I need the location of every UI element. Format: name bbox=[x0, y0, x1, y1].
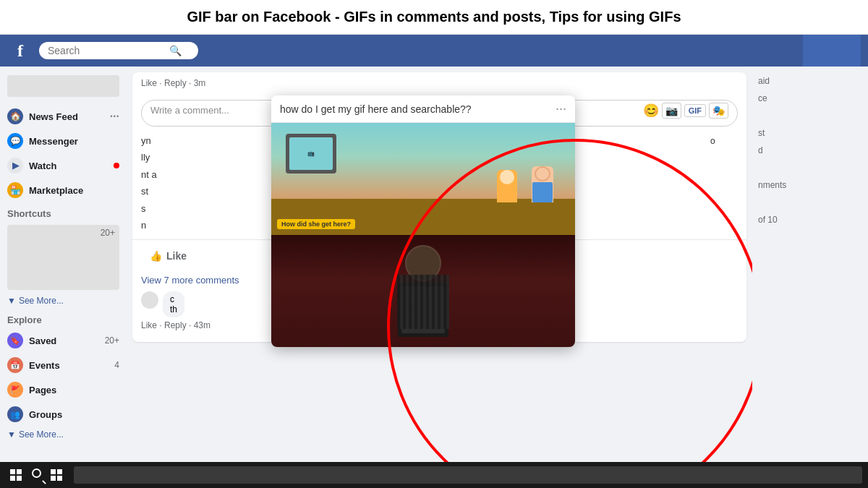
comment-bubble: c th bbox=[163, 291, 184, 317]
sidebar-item-watch[interactable]: ▶ Watch bbox=[0, 153, 127, 178]
windows-icon bbox=[10, 469, 22, 481]
emoji-icon-btn[interactable]: 😊 bbox=[643, 103, 659, 119]
pages-icon: 🚩 bbox=[7, 382, 23, 398]
groups-icon: 👥 bbox=[7, 406, 23, 422]
sidebar-item-label: Groups bbox=[29, 409, 62, 420]
gif-image-2[interactable] bbox=[271, 235, 575, 347]
right-text-nments: nments bbox=[758, 176, 862, 194]
sidebar-item-label: Pages bbox=[29, 385, 56, 395]
watch-icon: ▶ bbox=[7, 158, 23, 174]
gif-popup-header: how do I get my gif here and searchable?… bbox=[271, 95, 575, 123]
see-more-button-2[interactable]: ▼ See More... bbox=[0, 427, 127, 442]
sidebar-item-saved[interactable]: 🔖 Saved 20+ bbox=[0, 328, 127, 353]
sidebar-item-marketplace[interactable]: 🏪 Marketplace bbox=[0, 178, 127, 202]
taskbar bbox=[0, 462, 868, 488]
shortcuts-box: 20+ bbox=[7, 225, 119, 290]
taskview-button[interactable] bbox=[51, 469, 62, 481]
right-text-ce: ce bbox=[758, 90, 862, 107]
saved-icon: 🔖 bbox=[7, 333, 23, 348]
right-text-d: d bbox=[758, 142, 862, 159]
like-reply-timestamp: Like · Reply · 3m bbox=[132, 72, 746, 94]
chevron-down-icon-2: ▼ bbox=[7, 429, 16, 440]
see-more-label-2: See More... bbox=[19, 429, 64, 440]
sidebar-item-pages[interactable]: 🚩 Pages bbox=[0, 377, 127, 402]
search-button-taskbar[interactable] bbox=[32, 468, 45, 481]
camera-icon-btn[interactable]: 📷 bbox=[662, 103, 681, 119]
events-count: 4 bbox=[114, 360, 119, 370]
right-text-aid: aid bbox=[758, 72, 862, 90]
right-text-of10: of 10 bbox=[758, 211, 862, 228]
sidebar-item-groups[interactable]: 👥 Groups bbox=[0, 402, 127, 427]
title-bar: GIF bar on Facebook - GIFs in comments a… bbox=[0, 0, 868, 35]
comment-icon-group: 😊 📷 GIF 🎭 bbox=[643, 103, 728, 119]
gif-caption-1: How did she get here? bbox=[277, 219, 355, 229]
gif-popup: how do I get my gif here and searchable?… bbox=[271, 95, 575, 347]
main-layout: 🏠 News Feed ··· 💬 Messenger ▶ Watch 🏪 Ma… bbox=[0, 67, 868, 462]
see-more-button-1[interactable]: ▼ See More... bbox=[0, 293, 127, 309]
sidebar-item-label: News Feed bbox=[29, 111, 78, 122]
sidebar-item-label: Messenger bbox=[29, 136, 78, 147]
newsfeed-icon: 🏠 bbox=[7, 108, 23, 124]
shortcuts-count: 20+ bbox=[101, 228, 115, 238]
thumbsup-icon: 👍 bbox=[150, 250, 162, 262]
newsfeed-options[interactable]: ··· bbox=[110, 110, 119, 123]
facebook-logo[interactable]: f bbox=[7, 38, 33, 64]
sidebar-item-events[interactable]: 📅 Events 4 bbox=[0, 353, 127, 377]
sidebar: 🏠 News Feed ··· 💬 Messenger ▶ Watch 🏪 Ma… bbox=[0, 67, 127, 462]
marketplace-icon: 🏪 bbox=[7, 182, 23, 198]
search-input[interactable] bbox=[48, 45, 163, 56]
sidebar-item-label: Marketplace bbox=[29, 185, 83, 196]
comment-avatar bbox=[141, 291, 158, 309]
saved-count: 20+ bbox=[105, 335, 119, 346]
gif-image-1[interactable]: 📺 How did she get here? bbox=[271, 123, 575, 235]
sidebar-item-newsfeed[interactable]: 🏠 News Feed ··· bbox=[0, 104, 127, 129]
sidebar-item-messenger[interactable]: 💬 Messenger bbox=[0, 129, 127, 153]
sidebar-item-label: Saved bbox=[29, 335, 56, 346]
right-panel: aid ce st d nments of 10 bbox=[752, 67, 868, 462]
search-icon: 🔍 bbox=[169, 45, 182, 56]
start-button[interactable] bbox=[6, 465, 26, 485]
gif-search-query[interactable]: how do I get my gif here and searchable?… bbox=[280, 103, 472, 115]
sidebar-item-label: Events bbox=[29, 360, 60, 371]
user-avatar-placeholder bbox=[7, 75, 119, 97]
search-bar[interactable]: 🔍 bbox=[39, 42, 198, 59]
right-text-st: st bbox=[758, 124, 862, 142]
gif-popup-options-icon[interactable]: ··· bbox=[556, 101, 566, 116]
gif-button[interactable]: GIF bbox=[684, 104, 706, 117]
chevron-down-icon: ▼ bbox=[7, 296, 16, 306]
like-button[interactable]: 👍 Like bbox=[141, 246, 195, 266]
messenger-icon: 💬 bbox=[7, 133, 23, 149]
shortcuts-section-title: Shortcuts bbox=[0, 202, 127, 222]
events-icon: 📅 bbox=[7, 357, 23, 373]
nav-right-section bbox=[803, 35, 861, 67]
facebook-navbar: f 🔍 bbox=[0, 35, 868, 67]
sticker-icon-btn[interactable]: 🎭 bbox=[709, 103, 728, 119]
sidebar-item-label: Watch bbox=[29, 160, 57, 171]
page-title: GIF bar on Facebook - GIFs in comments a… bbox=[187, 9, 681, 25]
taskbar-address-bar[interactable] bbox=[74, 466, 862, 484]
main-content: Like · Reply · 3m Write a comment... 😊 📷… bbox=[127, 67, 752, 462]
taskbar-grid-icon bbox=[51, 469, 62, 481]
post-right-partial: o bbox=[710, 132, 746, 234]
explore-section-title: Explore bbox=[0, 309, 127, 328]
see-more-label: See More... bbox=[19, 296, 64, 306]
watch-notification-dot bbox=[114, 163, 119, 168]
